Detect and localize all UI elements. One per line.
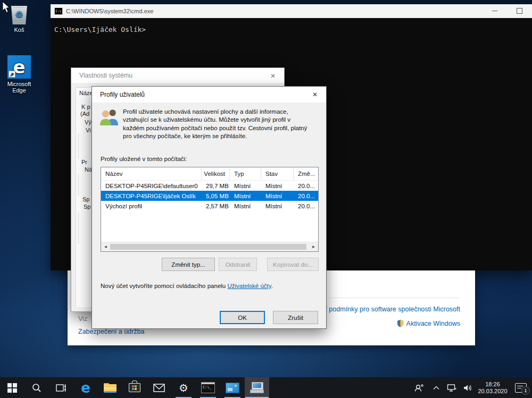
search-icon [31,383,42,393]
sysprops-titlebar[interactable]: Vlastnosti systému ✕ [71,68,284,83]
see-also-label: Viz [78,315,87,323]
cancel-button[interactable]: Zrušit [273,311,318,324]
taskbar-cmd-button[interactable]: C:\_ [196,377,220,398]
taskbar-edge-button[interactable]: e [73,377,98,398]
cell-size: 29,7 MB [202,183,230,189]
activation-label: Aktivace Windows [406,320,460,327]
maximize-button[interactable] [511,4,527,17]
profiles-titlebar[interactable]: Profily uživatelů ✕ [92,87,326,103]
sysprops-fragment: Sp [84,204,90,210]
divider [329,298,460,298]
change-type-button[interactable]: Změnit typ... [162,258,215,271]
horizontal-scrollbar[interactable]: ◄ ► [101,242,318,251]
column-header-status[interactable]: Stav [261,167,294,180]
cell-type: Místní [230,183,261,189]
cmd-app-icon: C:\ [54,7,63,15]
profile-row[interactable]: Výchozí profil 2,57 MB Místní Místní 20.… [101,201,318,211]
start-button[interactable] [0,377,24,398]
edge-shortcut[interactable]: e ↗ Microsoft Edge [4,55,34,94]
profile-row[interactable]: DESKTOP-P45RIGE\defaultuser0 29,7 MB Mís… [101,181,318,191]
minimize-button[interactable] [487,4,503,17]
task-view-button[interactable] [49,377,73,398]
copy-to-button: Kopírovat do... [267,258,319,271]
scroll-left-icon[interactable]: ◄ [101,242,110,251]
profiles-listview[interactable]: Název Velikost Typ Stav Změ... DESKTOP-P… [101,167,319,252]
mail-button[interactable] [147,377,171,398]
file-explorer-button[interactable] [98,377,122,398]
network-button[interactable] [444,377,460,398]
column-header-type[interactable]: Typ [230,167,261,180]
cell-name: DESKTOP-P45RIGE\Ijáček Oslík [101,193,202,199]
sysprops-fragment: Sp [82,196,89,202]
listview-header: Název Velikost Typ Stav Změ... [101,167,318,181]
people-button[interactable] [410,377,429,398]
cmd-titlebar[interactable]: C:\ C:\WINDOWS\system32\cmd.exe [51,4,532,18]
volume-icon [463,384,472,392]
note-prefix: Nový účet vytvoříte pomocí ovládacího pa… [101,283,227,289]
sysprops-fragment: Ná [85,166,92,173]
tray-expand-button[interactable] [429,377,444,398]
sysprops-fragment: Pr [81,159,87,165]
store-button[interactable] [122,377,147,398]
volume-button[interactable] [460,377,476,398]
sysprops-fragment: Vi [86,127,91,133]
search-button[interactable] [24,377,49,398]
edge-label: Microsoft Edge [4,81,34,94]
action-center-button[interactable]: 1 [510,377,532,398]
sysprops-close-icon[interactable]: ✕ [268,72,278,80]
taskbar-clock[interactable]: 18:26 20.03.2020 [476,377,510,398]
windows-activation-link[interactable]: Aktivace Windows [396,319,460,327]
cell-size: 5,05 MB [202,193,230,199]
cell-type: Místní [230,193,261,199]
taskbar: e ⚙ C:\_ [0,377,532,398]
cell-modified: 20.0... [294,183,318,189]
cmd-window-title: C:\WINDOWS\system32\cmd.exe [66,8,153,14]
edge-icon: e [81,381,90,395]
note-suffix: . [271,283,273,289]
system-tray: 18:26 20.03.2020 1 [410,377,532,398]
recycle-bin-icon: ♻ [10,4,28,24]
taskbar-system-properties-button[interactable] [245,377,269,398]
sysprops-fragment: Vý [85,119,92,125]
desktop: ♻ Koš e ↗ Microsoft Edge C:\ C:\WINDOWS\… [0,0,532,398]
recycle-bin-rim [10,4,28,8]
license-terms-link[interactable]: nční podmínky pro software společnosti M… [314,306,460,313]
windows-logo-icon [7,383,17,393]
recycle-bin-label: Koš [4,27,34,33]
column-header-modified[interactable]: Změ... [294,167,318,180]
notification-icon: 1 [515,383,527,393]
profiles-title: Profily uživatelů [100,91,145,98]
mail-icon [153,384,165,392]
column-header-name[interactable]: Název [101,167,202,180]
gear-icon: ⚙ [179,383,188,393]
profiles-list-label: Profily uložené v tomto počítači: [101,156,187,162]
column-header-size[interactable]: Velikost [202,167,230,180]
settings-button[interactable]: ⚙ [171,377,196,398]
cell-modified: 20.0... [294,203,318,209]
scroll-right-icon[interactable]: ► [309,242,318,251]
description-line: pro všechny počítače, ke kterým se přihl… [123,132,323,140]
ok-button[interactable]: OK [220,311,265,324]
security-maintenance-link[interactable]: Zabezpečení a údržba [78,328,144,335]
maximize-icon [517,8,522,14]
computer-icon [250,382,264,394]
sysprops-title: Vlastnosti systému [79,72,132,79]
groupbox-line [78,133,79,159]
cell-modified: 20.0... [294,193,318,199]
shield-icon [396,319,404,327]
chevron-up-icon [433,386,439,390]
cmd-prompt: C:\Users\Ijáček Oslík> [54,26,146,33]
people-icon [414,383,424,393]
profile-row-selected[interactable]: DESKTOP-P45RIGE\Ijáček Oslík 5,05 MB Mís… [101,191,318,201]
network-icon [447,384,456,392]
profiles-close-icon[interactable]: ✕ [310,90,320,99]
display-icon [226,383,239,393]
user-profiles-icon [99,108,120,126]
taskbar-display-settings-button[interactable] [220,377,245,398]
description-line: vztahující se k uživatelskému účtu. Může… [123,116,323,124]
scrollbar-thumb[interactable] [110,244,306,250]
new-account-note: Nový účet vytvoříte pomocí ovládacího pa… [101,283,273,289]
cell-status: Místní [261,183,294,189]
user-accounts-link[interactable]: Uživatelské účty [227,283,271,289]
cell-status: Místní [261,203,294,209]
